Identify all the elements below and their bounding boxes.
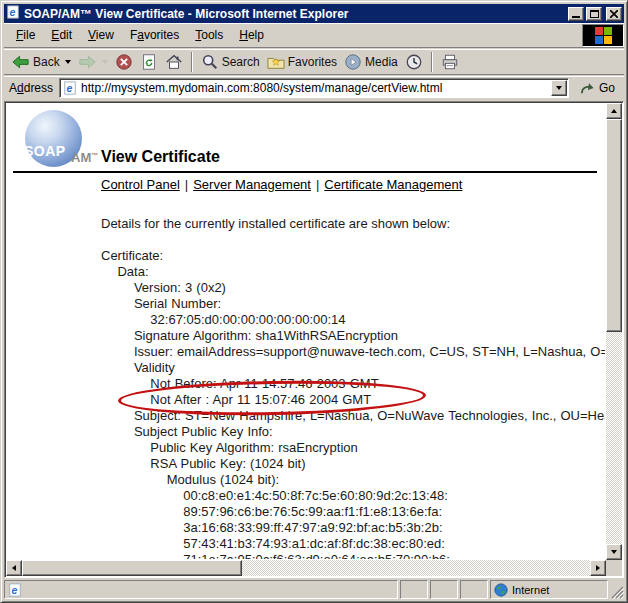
search-icon [201, 53, 219, 71]
title-bar: e SOAP/AM™ View Certificate - Microsoft … [4, 4, 624, 23]
scroll-down-button[interactable] [606, 544, 622, 560]
ie-page-icon: e [63, 81, 77, 95]
browser-viewport: SOAP AM™ View Certificate Control Panel|… [4, 101, 624, 578]
print-button[interactable] [438, 51, 462, 73]
cert-line: 71:1e:7a:95:0c:f6:63:d9:e0:64:ea:b5:70:9… [101, 552, 605, 559]
favorites-button[interactable]: Favorites [264, 51, 340, 73]
svg-text:e: e [67, 82, 73, 94]
page-title: View Certificate [101, 148, 220, 166]
menu-file[interactable]: File [8, 25, 43, 45]
horizontal-scroll-thumb[interactable] [22, 560, 242, 576]
status-panel [430, 580, 458, 599]
scroll-left-button[interactable] [6, 560, 22, 576]
toolbar-separator [191, 52, 193, 72]
arrow-up-icon [611, 109, 617, 113]
heading-rule [13, 171, 597, 173]
ie-page-icon: e [6, 5, 20, 23]
history-button[interactable] [402, 51, 426, 73]
horizontal-scrollbar[interactable] [6, 560, 606, 576]
back-dropdown-icon[interactable] [65, 60, 71, 64]
close-button[interactable] [606, 7, 622, 21]
arrow-right-icon [596, 565, 600, 571]
vertical-scrollbar[interactable] [606, 103, 622, 560]
arrow-down-icon [611, 550, 617, 554]
intro-text: Details for the currently installed cert… [101, 216, 450, 231]
home-button[interactable] [162, 51, 186, 73]
cert-line: Subject Public Key Info: [101, 424, 605, 440]
menu-view[interactable]: View [80, 25, 122, 45]
scroll-up-button[interactable] [606, 103, 622, 119]
windows-flag-icon [595, 27, 612, 44]
arrow-left-icon [12, 565, 16, 571]
chevron-down-icon [556, 86, 562, 90]
status-panel [400, 580, 428, 599]
home-icon [165, 53, 183, 71]
windows-logo-throbber [582, 24, 624, 47]
resize-grip[interactable] [610, 580, 624, 599]
print-icon [441, 53, 459, 71]
cert-line: Certificate: [101, 248, 605, 264]
back-arrow-icon [11, 54, 30, 70]
history-icon [405, 53, 423, 71]
search-button[interactable]: Search [198, 51, 263, 73]
globe-icon [494, 583, 508, 597]
minimize-icon [572, 16, 580, 18]
back-button[interactable]: Back [8, 52, 74, 72]
certificate-management-link[interactable]: Certificate Management [324, 177, 462, 192]
menu-tools[interactable]: Tools [187, 25, 231, 45]
forward-button[interactable] [75, 52, 111, 72]
cert-line: Public Key Algorithm: rsaEncryption [101, 440, 605, 456]
certificate-page: SOAP AM™ View Certificate Control Panel|… [7, 104, 605, 559]
status-main-panel: e [4, 580, 398, 599]
media-icon [344, 53, 362, 71]
control-panel-link[interactable]: Control Panel [101, 177, 180, 192]
address-url[interactable]: http://mysystem.mydomain.com:8080/system… [81, 81, 547, 95]
forward-dropdown-icon[interactable] [102, 60, 108, 64]
scroll-right-button[interactable] [590, 560, 606, 576]
svg-text:e: e [10, 5, 16, 17]
cert-line: 00:c8:e0:e1:4c:50:8f:7c:5e:60:80:9d:2c:1… [101, 488, 605, 504]
cert-line: 89:57:96:c6:be:76:5c:99:aa:f1:f1:e8:13:6… [101, 504, 605, 520]
cert-line: Version: 3 (0x2) [101, 280, 605, 296]
cert-line: Validity [101, 360, 605, 376]
zone-label: Internet [512, 584, 549, 596]
minimize-button[interactable] [568, 7, 584, 21]
refresh-button[interactable] [137, 51, 161, 73]
forward-arrow-icon [78, 54, 97, 70]
window-title: SOAP/AM™ View Certificate - Microsoft In… [24, 7, 564, 21]
browser-window: e SOAP/AM™ View Certificate - Microsoft … [0, 0, 628, 603]
address-dropdown-button[interactable] [551, 80, 567, 96]
menu-favorites[interactable]: Favorites [122, 25, 187, 45]
stop-button[interactable] [112, 51, 136, 73]
soap-am-logo: SOAP AM™ [21, 110, 113, 172]
security-zone-panel: Internet [490, 580, 608, 599]
status-bar: e Internet [4, 578, 624, 599]
vertical-scroll-thumb[interactable] [606, 119, 622, 332]
address-input[interactable]: e http://mysystem.mydomain.com:8080/syst… [59, 78, 569, 98]
maximize-button[interactable] [586, 7, 602, 21]
cert-line: Issuer: emailAddress=support@nuwave-tech… [101, 344, 605, 360]
ie-page-icon: e [8, 583, 22, 597]
status-panel [460, 580, 488, 599]
server-management-link[interactable]: Server Management [193, 177, 311, 192]
menu-help[interactable]: Help [231, 25, 272, 45]
cert-line: 57:43:41:b3:74:93:a1:dc:af:8f:dc:38:ec:8… [101, 536, 605, 552]
go-arrow-icon [579, 81, 596, 96]
toolbar-separator [431, 52, 433, 72]
scrollbar-corner [606, 560, 622, 576]
address-bar: Address e http://mysystem.mydomain.com:8… [4, 76, 624, 100]
cert-line: Data: [101, 264, 605, 280]
favorites-icon [267, 53, 285, 71]
media-button[interactable]: Media [341, 51, 401, 73]
address-label: Address [9, 81, 53, 95]
cert-line: RSA Public Key: (1024 bit) [101, 456, 605, 472]
maximize-icon [590, 10, 599, 18]
cert-line: Signature Algorithm: sha1WithRSAEncrypti… [101, 328, 605, 344]
standard-toolbar: Back Search Favorites Media [4, 49, 624, 75]
close-icon [610, 10, 618, 18]
go-button[interactable]: Go [575, 79, 619, 98]
svg-text:e: e [12, 583, 18, 595]
cert-line: Modulus (1024 bit): [101, 472, 605, 488]
refresh-icon [140, 53, 158, 71]
menu-edit[interactable]: Edit [43, 25, 80, 45]
